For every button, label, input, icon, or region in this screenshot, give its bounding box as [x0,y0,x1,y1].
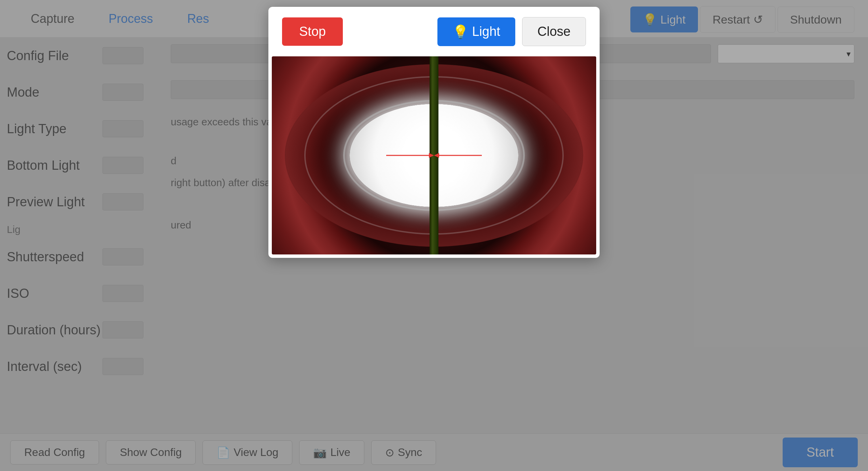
modal-image-container [268,56,600,258]
modal-header: Stop 💡 Light Close [268,7,600,56]
stop-button[interactable]: Stop [282,17,343,46]
svg-marker-3 [434,153,439,158]
light-button-modal[interactable]: 💡 Light [437,17,515,46]
close-button-modal[interactable]: Close [522,17,586,46]
modal-dialog: Stop 💡 Light Close [268,7,600,258]
eye-background [272,56,596,254]
svg-marker-1 [429,153,434,158]
light-modal-label: Light [472,24,500,39]
arrows-svg [376,147,492,164]
modal-overlay: Stop 💡 Light Close [0,0,868,471]
eye-image-view [272,56,596,254]
lightbulb-icon-modal: 💡 [452,24,468,39]
